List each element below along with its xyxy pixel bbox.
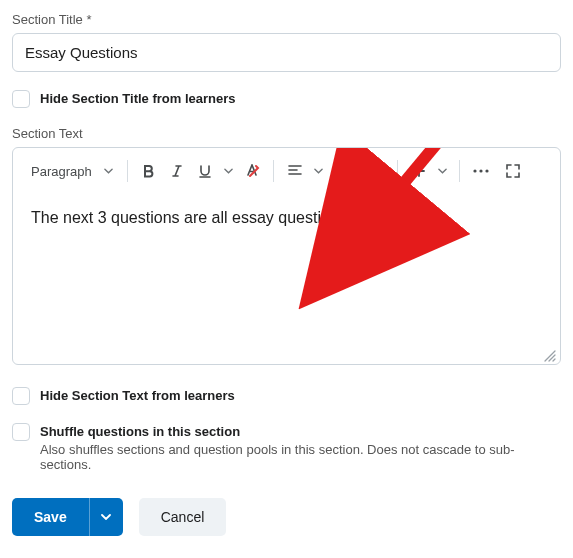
align-button[interactable] xyxy=(282,158,308,184)
save-dropdown-button[interactable] xyxy=(89,498,123,536)
toolbar-separator xyxy=(335,160,336,182)
bold-button[interactable] xyxy=(136,158,162,184)
section-title-label: Section Title * xyxy=(12,12,561,27)
hide-section-title-checkbox[interactable] xyxy=(12,90,30,108)
hide-section-title-label[interactable]: Hide Section Title from learners xyxy=(40,90,236,106)
resize-handle-icon[interactable] xyxy=(542,348,556,362)
underline-button[interactable] xyxy=(192,158,218,184)
section-title-input[interactable] xyxy=(12,33,561,72)
list-more-dropdown[interactable] xyxy=(372,158,389,184)
save-button-group: Save xyxy=(12,498,123,536)
shuffle-questions-label[interactable]: Shuffle questions in this section xyxy=(40,423,561,439)
svg-point-4 xyxy=(479,169,482,172)
list-button[interactable] xyxy=(344,158,370,184)
text-color-button[interactable] xyxy=(239,158,265,184)
editor-text: The next 3 questions are all essay quest… xyxy=(31,209,351,226)
editor-toolbar: Paragraph xyxy=(13,148,560,194)
hide-section-text-checkbox[interactable] xyxy=(12,387,30,405)
toolbar-separator xyxy=(397,160,398,182)
toolbar-separator xyxy=(127,160,128,182)
cancel-button[interactable]: Cancel xyxy=(139,498,227,536)
paragraph-style-dropdown[interactable]: Paragraph xyxy=(21,164,119,179)
svg-point-0 xyxy=(351,166,353,168)
insert-more-dropdown[interactable] xyxy=(434,158,451,184)
svg-point-2 xyxy=(351,174,353,176)
section-text-label: Section Text xyxy=(12,126,561,141)
rich-text-editor: Paragraph xyxy=(12,147,561,365)
chevron-down-icon xyxy=(104,168,113,174)
toolbar-separator xyxy=(273,160,274,182)
underline-more-dropdown[interactable] xyxy=(220,158,237,184)
paragraph-style-label: Paragraph xyxy=(31,164,92,179)
hide-section-text-label[interactable]: Hide Section Text from learners xyxy=(40,387,235,403)
fullscreen-button[interactable] xyxy=(500,158,526,184)
editor-content-area[interactable]: The next 3 questions are all essay quest… xyxy=(13,194,560,364)
svg-point-3 xyxy=(473,169,476,172)
toolbar-separator xyxy=(459,160,460,182)
more-actions-button[interactable] xyxy=(468,158,494,184)
svg-point-5 xyxy=(485,169,488,172)
chevron-down-icon xyxy=(101,514,111,520)
insert-button[interactable] xyxy=(406,158,432,184)
shuffle-questions-helper: Also shuffles sections and question pool… xyxy=(40,442,561,472)
text-cursor-icon xyxy=(353,208,354,226)
svg-point-1 xyxy=(351,170,353,172)
align-more-dropdown[interactable] xyxy=(310,158,327,184)
italic-button[interactable] xyxy=(164,158,190,184)
save-button[interactable]: Save xyxy=(12,498,89,536)
shuffle-questions-checkbox[interactable] xyxy=(12,423,30,441)
